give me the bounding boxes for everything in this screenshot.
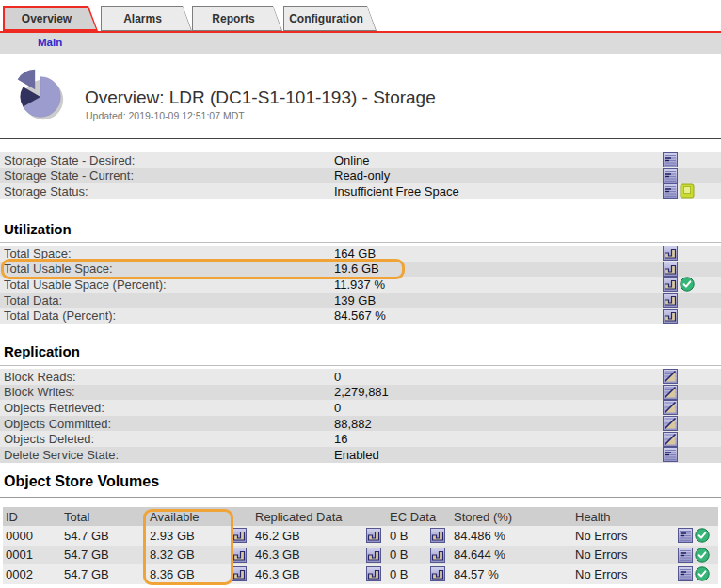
utilization-section: Total Space: 164 GB Total Usable Space: …: [0, 246, 721, 324]
row-label: Objects Deleted:: [4, 432, 334, 446]
cell-total: 54.7 GB: [61, 548, 147, 562]
cell-id: 0002: [3, 567, 61, 581]
row-label: Storage State - Desired:: [4, 153, 334, 167]
attribute-row: Objects Retrieved: 0: [0, 400, 721, 416]
object-store-table: ID Total Available Replicated Data EC Da…: [3, 507, 718, 584]
cell-health: No Errors: [572, 528, 718, 543]
chart-button-icon[interactable]: [663, 262, 678, 277]
trend-chart-icon[interactable]: [663, 400, 678, 415]
attribute-row: Storage Status: Insufficient Free Space: [0, 183, 721, 199]
trend-chart-icon[interactable]: [663, 369, 678, 384]
section-heading-utilization: Utilization: [4, 221, 72, 237]
attribute-report-icon[interactable]: [663, 152, 678, 167]
col-header-available: Available: [147, 510, 252, 524]
cell-stored: 84.57 %: [451, 567, 572, 581]
col-header-replicated: Replicated Data: [252, 510, 387, 524]
trend-chart-icon[interactable]: [663, 416, 678, 431]
row-label: Objects Retrieved:: [4, 401, 334, 415]
col-header-id: ID: [3, 510, 61, 524]
cell-id: 0001: [3, 548, 61, 562]
attribute-row: Total Space: 164 GB: [0, 246, 721, 262]
attribute-row: Delete Service State: Enabled: [0, 447, 721, 463]
cell-ec-data: 0 B: [387, 548, 451, 563]
tab-label: Alarms: [101, 6, 192, 31]
chart-button-icon[interactable]: [366, 548, 381, 563]
chart-button-icon[interactable]: [430, 528, 445, 543]
attribute-report-icon[interactable]: [678, 566, 693, 581]
cell-value: 2.93 GB: [150, 529, 195, 543]
attribute-row: Total Data: 139 GB: [0, 293, 721, 309]
cell-value: 0 B: [390, 529, 409, 543]
table-row: 0002 54.7 GB 8.36 GB 46.3 GB 0 B 84.57 %…: [3, 564, 718, 584]
table-row: 0001 54.7 GB 8.32 GB 46.3 GB 0 B 84.644 …: [3, 546, 718, 565]
tab-alarms[interactable]: Alarms: [101, 6, 192, 31]
cell-ec-data: 0 B: [387, 528, 451, 543]
attribute-row: Objects Committed: 88,882: [0, 416, 721, 432]
cell-total: 54.7 GB: [61, 529, 147, 543]
header-divider: [0, 138, 721, 139]
attribute-row: Block Writes: 2,279,881: [0, 385, 721, 401]
chart-button-icon[interactable]: [232, 566, 247, 581]
attribute-row: Total Usable Space (Percent): 11.937 %: [0, 277, 721, 293]
breadcrumb-main-link[interactable]: Main: [38, 33, 62, 53]
attribute-report-icon[interactable]: [678, 528, 693, 543]
replication-section: Block Reads: 0 Block Writes: 2,279,881 O…: [0, 369, 721, 463]
cell-total: 54.7 GB: [61, 567, 147, 581]
section-heading-object-store-volumes: Object Store Volumes: [4, 473, 159, 490]
cell-stored: 84.644 %: [451, 548, 572, 562]
cell-ec-data: 0 B: [387, 566, 451, 581]
page-title: Overview: LDR (DC1-S1-101-193) - Storage: [85, 87, 436, 108]
attribute-report-icon[interactable]: [663, 168, 678, 183]
chart-button-icon[interactable]: [663, 293, 678, 308]
cell-value: 8.36 GB: [150, 567, 195, 581]
attribute-report-icon[interactable]: [678, 548, 693, 563]
chart-button-icon[interactable]: [663, 309, 678, 324]
updated-timestamp: Updated: 2019-10-09 12:51:07 MDT: [86, 110, 245, 121]
trend-chart-icon[interactable]: [663, 432, 678, 447]
row-label: Total Data:: [4, 294, 334, 308]
table-header-row: ID Total Available Replicated Data EC Da…: [3, 507, 718, 526]
cell-value: 46.2 GB: [255, 529, 300, 543]
chart-button-icon[interactable]: [232, 548, 247, 563]
chart-button-icon[interactable]: [232, 528, 247, 543]
row-label: Block Writes:: [4, 385, 334, 399]
chart-button-icon[interactable]: [663, 246, 678, 261]
row-value: 11.937 %: [334, 278, 663, 292]
attribute-row: Block Reads: 0: [0, 369, 721, 385]
attribute-row: Storage State - Current: Read-only: [0, 168, 721, 184]
chart-button-icon[interactable]: [366, 528, 381, 543]
table-row: 0000 54.7 GB 2.93 GB 46.2 GB 0 B 84.486 …: [3, 526, 718, 546]
tab-reports[interactable]: Reports: [192, 6, 282, 31]
chart-button-icon[interactable]: [663, 277, 678, 292]
attribute-row: Storage State - Desired: Online: [0, 152, 721, 168]
row-value: Read-only: [334, 168, 663, 183]
status-ok-icon: [695, 528, 710, 543]
tab-configuration[interactable]: Configuration: [283, 6, 377, 31]
section-divider: [0, 242, 721, 243]
attribute-report-icon[interactable]: [663, 447, 678, 462]
row-value: 16: [334, 432, 663, 446]
cell-available: 8.32 GB: [147, 548, 252, 563]
trend-chart-icon[interactable]: [663, 385, 678, 400]
cell-replicated: 46.3 GB: [252, 548, 387, 563]
tab-label: Configuration: [283, 6, 377, 31]
cell-value: No Errors: [575, 548, 628, 562]
cell-health: No Errors: [572, 548, 718, 563]
chart-button-icon[interactable]: [430, 548, 445, 563]
row-value: 2,279,881: [334, 385, 663, 399]
cell-stored: 84.486 %: [451, 529, 572, 543]
chart-button-icon[interactable]: [430, 566, 445, 581]
row-value: Insufficient Free Space: [334, 184, 663, 199]
attribute-row-total-usable-space: Total Usable Space: 19.6 GB: [0, 262, 721, 278]
attribute-report-icon[interactable]: [663, 183, 678, 199]
cell-value: 0 B: [390, 567, 409, 581]
sub-navigation-bar: Main: [0, 31, 721, 54]
row-value: 84.567 %: [334, 309, 663, 323]
cell-value: 8.32 GB: [150, 548, 195, 562]
chart-button-icon[interactable]: [366, 566, 381, 581]
row-label: Total Space:: [4, 246, 334, 261]
tab-overview[interactable]: Overview: [3, 6, 98, 31]
row-value: Online: [334, 153, 663, 167]
status-ok-icon: [695, 566, 710, 581]
section-divider: [0, 365, 721, 366]
